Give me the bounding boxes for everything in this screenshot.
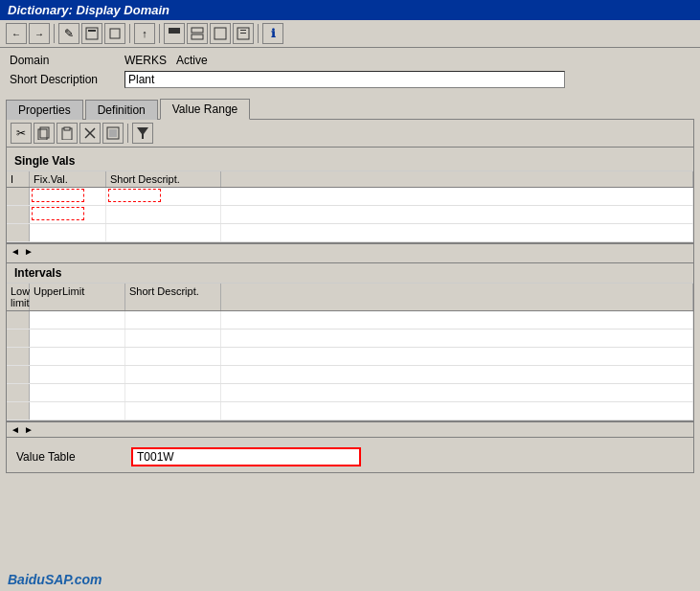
scroll-right-interval[interactable]: ► (24, 424, 34, 435)
tb-btn-4[interactable] (104, 23, 125, 44)
filter-button[interactable] (132, 123, 153, 144)
value-table-input[interactable]: T001W (131, 447, 361, 466)
col-lower-header: Lower limit (7, 284, 30, 310)
svg-rect-1 (88, 30, 96, 32)
int-r2-lower (7, 330, 30, 347)
int-r1-extra (221, 311, 693, 329)
svg-rect-14 (64, 127, 70, 130)
row3-shortdesc (106, 224, 221, 241)
tb-icon-4 (108, 27, 122, 40)
scroll-left-single[interactable]: ◄ (11, 246, 20, 257)
domain-row: Domain WERKS Active (10, 54, 690, 67)
row1-extra (221, 188, 693, 205)
value-table-row: Value Table T001W (7, 442, 693, 472)
main-content: ✂ Single Vals I Fix.Val. Short Descript. (6, 119, 694, 473)
status-value: Active (176, 54, 208, 67)
svg-rect-10 (240, 33, 246, 34)
title-bar: Dictionary: Display Domain (0, 0, 700, 20)
tb-btn-6[interactable] (164, 23, 185, 44)
domain-value: WERKS (124, 54, 167, 67)
int-r4-lower (7, 366, 30, 383)
row1-fixval[interactable] (30, 188, 106, 205)
int-r5-extra (221, 384, 693, 401)
row3-fixval (30, 224, 106, 241)
row2-i (7, 206, 30, 223)
delete-button[interactable] (79, 123, 101, 144)
tb-btn-7[interactable] (187, 23, 208, 44)
svg-rect-5 (192, 28, 203, 33)
int-r6-upper (30, 402, 125, 420)
row1-shortdesc-input[interactable] (108, 189, 161, 202)
int-r2-upper (30, 330, 125, 347)
interval-row-2 (7, 330, 693, 348)
paste-icon (60, 126, 74, 140)
forward-button[interactable]: → (29, 23, 50, 44)
col-int-empty-header (221, 284, 693, 310)
tb-icon-8 (214, 27, 227, 40)
interval-row-1 (7, 311, 693, 330)
int-r6-desc (125, 402, 221, 420)
col-i-header: I (7, 171, 30, 187)
edit-button[interactable]: ✎ (58, 23, 79, 44)
row2-fixval[interactable] (30, 206, 106, 223)
info-button[interactable]: ℹ (262, 23, 283, 44)
int-r6-extra (221, 402, 693, 420)
svg-rect-6 (192, 34, 203, 39)
watermark: BaiduSAP.com (8, 572, 102, 587)
select-button[interactable] (102, 123, 124, 144)
row3-i (7, 224, 30, 241)
short-desc-row: Short Description Plant (10, 71, 690, 88)
scroll-right-single[interactable]: ► (24, 246, 34, 257)
form-area: Domain WERKS Active Short Description Pl… (0, 48, 700, 98)
intervals-grid: Lower limit UpperLimit Short Descript. (7, 284, 693, 422)
separator-3 (159, 24, 160, 43)
row2-fixval-input[interactable] (32, 207, 84, 220)
row2-shortdesc (106, 206, 221, 223)
section-toolbar: ✂ (7, 120, 693, 148)
int-r5-upper (30, 384, 125, 401)
tb-btn-5[interactable]: ↑ (134, 23, 155, 44)
tabs-container: Properties Definition Value Range (0, 98, 700, 119)
tab-value-range[interactable]: Value Range (160, 99, 251, 120)
int-r4-extra (221, 366, 693, 383)
tb-icon-9 (237, 27, 250, 40)
int-r1-desc (125, 311, 221, 329)
main-toolbar: ← → ✎ ↑ ℹ (0, 20, 700, 48)
tb-btn-9[interactable] (233, 23, 254, 44)
single-vals-row-3 (7, 224, 693, 242)
svg-marker-19 (137, 127, 148, 139)
col-empty-header (221, 171, 693, 187)
col-fixval-header: Fix.Val. (30, 171, 106, 187)
single-vals-row-1 (7, 188, 693, 206)
cut-button[interactable]: ✂ (11, 123, 32, 144)
int-r6-lower (7, 402, 30, 420)
tb-btn-3[interactable] (81, 23, 102, 44)
paste-button[interactable] (56, 123, 78, 144)
single-vals-title: Single Vals (7, 151, 693, 171)
scroll-left-interval[interactable]: ◄ (11, 424, 20, 435)
value-table-label: Value Table (16, 450, 131, 464)
int-r1-lower (7, 311, 30, 329)
intervals-scroll: ◄ ► (7, 422, 693, 437)
row1-fixval-input[interactable] (32, 189, 84, 202)
domain-label: Domain (10, 54, 124, 67)
copy-button[interactable] (34, 123, 55, 144)
svg-rect-7 (215, 28, 226, 39)
tb-icon-3 (85, 27, 99, 40)
tab-properties[interactable]: Properties (6, 100, 83, 120)
interval-row-6 (7, 402, 693, 421)
interval-row-5 (7, 384, 693, 402)
int-r2-desc (125, 330, 221, 347)
row1-shortdesc[interactable] (106, 188, 221, 205)
svg-rect-2 (110, 29, 120, 38)
int-r3-upper (30, 348, 125, 365)
tb-btn-8[interactable] (210, 23, 231, 44)
row2-extra (221, 206, 693, 223)
tab-definition[interactable]: Definition (85, 100, 158, 120)
filter-icon (136, 126, 149, 140)
col-upper-header: UpperLimit (30, 284, 125, 310)
int-r3-lower (7, 348, 30, 365)
svg-rect-0 (86, 28, 98, 39)
back-button[interactable]: ← (6, 23, 27, 44)
int-r1-upper (30, 311, 125, 329)
